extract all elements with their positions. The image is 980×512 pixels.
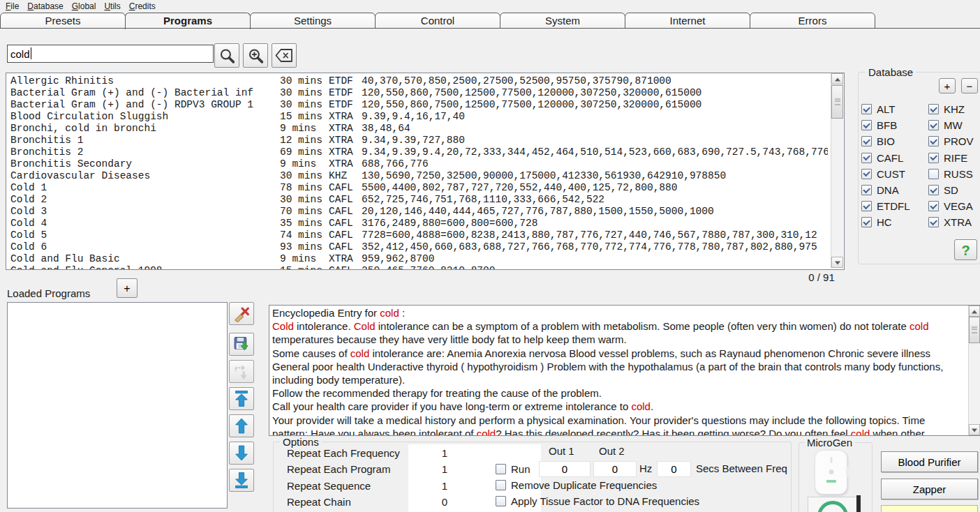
search-input[interactable]	[7, 45, 214, 63]
repeat-value[interactable]: 1	[410, 463, 480, 475]
microgen-yellow-button[interactable]	[881, 505, 978, 512]
tab-system[interactable]: System	[500, 13, 625, 29]
move-top-button[interactable]	[229, 387, 254, 410]
out1-input[interactable]	[539, 461, 591, 477]
menu-item-utils[interactable]: Utils	[100, 1, 124, 12]
program-frequencies: 688,766,776	[362, 158, 828, 170]
db-checkbox-row-hc: HC	[861, 216, 892, 228]
encyclopedia-paragraph: Call your health care provider if you ha…	[272, 400, 956, 413]
repeat-value[interactable]: 0	[410, 496, 480, 508]
program-list[interactable]: Allergic Rhinitis30 minsETDF40,370,570,8…	[6, 73, 845, 270]
tab-internet[interactable]: Internet	[625, 13, 750, 29]
scroll-up-button[interactable]	[831, 73, 843, 84]
checkbox-cust[interactable]	[861, 169, 872, 179]
program-row[interactable]: Allergic Rhinitis30 minsETDF40,370,570,8…	[6, 75, 832, 87]
out2-input[interactable]	[593, 461, 637, 477]
checkbox-hc[interactable]	[861, 217, 872, 227]
clear-loaded-programs-button[interactable]	[229, 302, 254, 325]
repeat-value[interactable]: 1	[410, 480, 480, 492]
program-row[interactable]: Bronchitis Secondary9 minsXTRA688,766,77…	[6, 158, 832, 170]
triangle-down-icon	[835, 261, 840, 264]
insert-program-button[interactable]	[229, 360, 254, 383]
program-row[interactable]: Cardiovascular Diseases30 minsKHZ130,569…	[6, 170, 832, 182]
scroll-up-button[interactable]	[969, 306, 980, 317]
tab-settings[interactable]: Settings	[250, 13, 376, 29]
encyclopedia-paragraph: Your provider will take a medical histor…	[272, 414, 956, 436]
checkbox-xtra[interactable]	[928, 217, 939, 227]
program-row[interactable]: Bronchi, cold in bronchi9 minsXTRA38,48,…	[6, 123, 832, 135]
repeat-value[interactable]: 1	[410, 447, 480, 459]
checkbox-russ[interactable]	[928, 169, 939, 179]
checkbox-sd[interactable]	[928, 185, 939, 195]
loaded-programs-listbox[interactable]	[7, 302, 228, 509]
db-checkbox-row-mw: MW	[928, 119, 963, 131]
program-row[interactable]: Bronchitis 269 minsXTRA9.34,9.39,9.4,20,…	[6, 146, 832, 158]
run-checkbox[interactable]	[496, 464, 506, 474]
checkbox-alt[interactable]	[861, 104, 872, 114]
tab-programs[interactable]: Programs	[125, 13, 251, 29]
checkbox-mw[interactable]	[928, 120, 939, 130]
option-checkbox[interactable]	[496, 480, 506, 490]
checkbox-cafl[interactable]	[861, 153, 872, 163]
arrow-top-icon	[232, 390, 251, 407]
program-row[interactable]: Cold and Flu General 199815 minsCAFL250,…	[6, 265, 832, 270]
zoom-in-icon	[246, 47, 265, 64]
scroll-down-button[interactable]	[969, 424, 980, 435]
program-row[interactable]: Bronchitis 112 minsXTRA9.34,9.39,727,880	[6, 135, 832, 146]
blood-purifier-button[interactable]: Blood Purifier	[881, 451, 978, 472]
zapper-button[interactable]: Zapper	[881, 479, 978, 499]
program-row[interactable]: Cold 230 minsCAFL652,725,746,751,768,111…	[6, 194, 832, 206]
move-down-button[interactable]	[229, 442, 254, 465]
database-add-button[interactable]: +	[939, 78, 956, 93]
program-duration: 9 mins	[280, 253, 326, 265]
program-row[interactable]: Cold 370 minsCAFL20,120,146,440,444,465,…	[6, 206, 832, 218]
move-up-button[interactable]	[229, 414, 254, 437]
program-list-scrollbar[interactable]	[831, 73, 843, 268]
menu-item-global[interactable]: Global	[68, 1, 101, 12]
search-button[interactable]	[214, 43, 239, 68]
checkbox-prov[interactable]	[928, 136, 939, 146]
program-frequencies: 120,550,860,7500,12500,77500,120000,3072…	[362, 87, 828, 99]
checkbox-rife[interactable]	[928, 153, 939, 163]
encyclopedia-panel[interactable]: Encyclopedia Entry for cold :Cold intole…	[269, 305, 980, 436]
scrollbar-thumb[interactable]	[969, 317, 980, 343]
menu-item-credits[interactable]: Credits	[125, 1, 160, 12]
device-edge	[856, 495, 861, 512]
checkbox-dna[interactable]	[861, 185, 872, 195]
move-bottom-button[interactable]	[229, 469, 254, 492]
hz-input[interactable]	[657, 461, 691, 477]
program-database: CAFL	[329, 241, 359, 253]
program-row[interactable]: Cold 178 minsCAFL5500,4400,802,787,727,7…	[6, 182, 832, 194]
add-loaded-program-button[interactable]: +	[117, 278, 138, 298]
arrow-bottom-icon	[232, 472, 251, 489]
tab-errors[interactable]: Errors	[750, 13, 875, 29]
checkbox-khz[interactable]	[928, 104, 939, 114]
tab-presets[interactable]: Presets	[0, 13, 126, 29]
help-button[interactable]: ?	[954, 239, 977, 260]
checkbox-etdfl[interactable]	[861, 201, 872, 211]
scroll-down-button[interactable]	[831, 257, 843, 268]
clear-search-button[interactable]	[272, 43, 297, 68]
database-remove-button[interactable]: −	[961, 78, 978, 93]
program-row[interactable]: Blood Circulation Sluggish15 minsXTRA9.3…	[6, 111, 832, 123]
program-duration: 30 mins	[280, 194, 326, 206]
option-checkbox[interactable]	[496, 496, 506, 506]
checkbox-vega[interactable]	[928, 201, 939, 211]
encyclopedia-scrollbar[interactable]	[968, 306, 980, 435]
checkbox-bio[interactable]	[861, 136, 872, 146]
menu-item-file[interactable]: File	[1, 1, 23, 12]
menu-item-database[interactable]: Database	[23, 1, 67, 12]
program-row[interactable]: Cold 693 minsCAFL352,412,450,660,683,688…	[6, 241, 832, 253]
checkbox-bfb[interactable]	[861, 120, 872, 130]
program-row[interactable]: Bacterial Gram (+) and (-) RDPV3 GROUP 1…	[6, 99, 832, 111]
checkbox-label: DNA	[877, 184, 899, 196]
program-row[interactable]: Cold 574 minsCAFL7728=600,4888=600,8238,…	[6, 229, 832, 241]
insert-arrow-icon	[232, 363, 251, 380]
zoom-search-button[interactable]	[243, 43, 268, 68]
save-loaded-programs-button[interactable]	[229, 333, 254, 356]
program-row[interactable]: Cold and Flu Basic9 minsXTRA959,962,8700	[6, 253, 832, 265]
tab-control[interactable]: Control	[375, 13, 500, 29]
scrollbar-thumb[interactable]	[831, 85, 843, 119]
program-row[interactable]: Cold 435 minsCAFL3176,2489,880=600,800=6…	[6, 218, 832, 229]
program-row[interactable]: Bacterial Gram (+) and (-) Bacterial inf…	[6, 87, 832, 99]
